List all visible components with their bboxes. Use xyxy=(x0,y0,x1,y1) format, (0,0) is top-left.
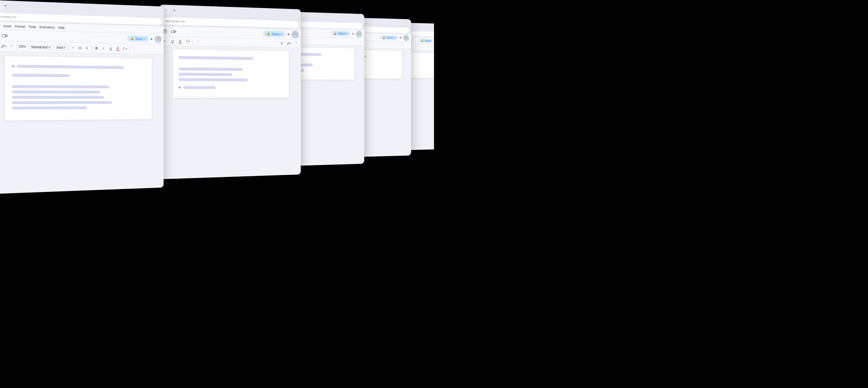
text-color-button[interactable]: A xyxy=(115,45,121,52)
menu-format[interactable]: Format xyxy=(15,24,25,28)
content-line-5 xyxy=(12,96,104,99)
content-line-4 xyxy=(12,90,100,93)
lock-icon-3: 🔒 xyxy=(334,32,337,35)
share-label-2: Share xyxy=(272,32,280,36)
share-button-2[interactable]: 🔒 Share ▾ xyxy=(264,31,285,37)
more-options-button[interactable]: ⋮ xyxy=(131,45,137,52)
bullet-dot-1 xyxy=(12,65,14,67)
share-button-1[interactable]: 🔒 Share ▾ xyxy=(127,35,149,42)
camera-chevron-icon: ▾ xyxy=(7,34,8,37)
lock-icon-4: 🔒 xyxy=(382,36,385,39)
font-size-decrease[interactable]: − xyxy=(70,44,76,51)
svg-rect-4 xyxy=(2,34,5,37)
separator-1 xyxy=(16,44,17,49)
share-label-4: Share xyxy=(386,36,393,39)
camera-icon-2[interactable]: ▾ xyxy=(170,28,177,35)
c2-bullet xyxy=(179,86,284,89)
share-button-4[interactable]: 🔒 Share ▾ xyxy=(380,35,398,40)
browser-tab-1[interactable]: × xyxy=(0,1,1,10)
text-color-btn-2[interactable]: A xyxy=(177,38,183,44)
highlight-chevron-2: ▾ xyxy=(189,40,190,43)
content-line-1 xyxy=(17,65,124,69)
font-dropdown[interactable]: Arial ▾ xyxy=(56,44,66,51)
font-chevron-icon: ▾ xyxy=(64,46,65,49)
c2-line-4 xyxy=(179,78,248,81)
doc-page-2 xyxy=(173,50,289,98)
italic-button[interactable]: I xyxy=(101,45,107,51)
style-dropdown[interactable]: Normal text ▾ xyxy=(30,44,52,50)
font-label: Arial xyxy=(57,45,63,49)
edit-icon-1[interactable]: ▾ xyxy=(1,43,7,50)
lock-icon-5: 🔒 xyxy=(421,39,424,42)
content-line-2 xyxy=(12,74,70,77)
highlight-chevron-icon: ▾ xyxy=(126,47,127,50)
highlight-btn-2[interactable]: ▾ xyxy=(184,38,191,44)
share-chevron-icon-2: ▾ xyxy=(281,33,282,36)
collapse-icon-2[interactable]: ⌃ xyxy=(293,40,299,47)
sparkle-icon-4[interactable]: ✦ xyxy=(399,36,401,40)
tab-close-2[interactable]: × xyxy=(165,8,167,12)
scene: × + docs.google.com View Insert Format T… xyxy=(0,0,434,194)
c2-line-2 xyxy=(179,67,243,71)
style-chevron-icon: ▾ xyxy=(49,45,50,48)
content-line-3 xyxy=(12,85,109,88)
separator-2 xyxy=(28,44,28,50)
sparkle-icon-3[interactable]: ✦ xyxy=(352,32,354,36)
new-tab-button-1[interactable]: + xyxy=(2,2,9,9)
sparkle-icon-2[interactable]: ✦ xyxy=(287,32,290,36)
share-button-5[interactable]: 🔒 Share xyxy=(419,39,433,43)
svg-rect-18 xyxy=(171,30,174,33)
highlight-button[interactable]: ▾ xyxy=(122,45,128,52)
avatar-1[interactable] xyxy=(155,35,161,43)
underline-btn-2[interactable]: U xyxy=(169,38,176,44)
lock-icon: 🔒 xyxy=(130,36,134,40)
menu-tools[interactable]: Tools xyxy=(29,25,36,28)
edit-icon-2[interactable]: ▾ xyxy=(286,40,292,46)
menu-insert[interactable]: Insert xyxy=(3,24,11,28)
separator-5 xyxy=(92,45,92,50)
underline-button[interactable]: U xyxy=(107,45,114,52)
share-label-1: Share xyxy=(135,37,143,40)
doc-area-1 xyxy=(0,51,164,125)
share-label-3: Share xyxy=(338,32,346,35)
browser-window-1: × + docs.google.com View Insert Format T… xyxy=(0,0,164,194)
share-chevron-icon: ▾ xyxy=(144,37,145,40)
menu-help[interactable]: Help xyxy=(58,26,64,29)
more-options-2[interactable]: ⋮ xyxy=(195,38,201,45)
collapse-icon[interactable]: ⌃ xyxy=(8,43,14,50)
separator-6 xyxy=(129,46,130,51)
avatar-3[interactable] xyxy=(356,31,362,37)
share-label-5: Share xyxy=(425,39,431,42)
bold-button[interactable]: B xyxy=(93,45,99,51)
separator-3 xyxy=(54,44,54,50)
text-dir-2[interactable] xyxy=(279,40,285,46)
address-bar-2[interactable]: docs.google.com xyxy=(162,17,299,28)
c2-line-1 xyxy=(179,56,253,60)
svg-marker-19 xyxy=(174,30,175,33)
avatar-4[interactable] xyxy=(403,35,409,41)
edit-chevron-icon: ▾ xyxy=(5,44,6,47)
new-tab-button-2[interactable]: + xyxy=(171,7,178,14)
camera-chevron-icon-2: ▾ xyxy=(175,30,177,33)
menu-extensions[interactable]: Extensions xyxy=(39,25,55,29)
zoom-display[interactable]: 100% xyxy=(19,45,26,48)
sparkle-icon-1[interactable]: ✦ xyxy=(150,37,153,41)
lock-icon-2: 🔒 xyxy=(267,32,271,36)
content-line-7 xyxy=(12,106,87,110)
style-label: Normal text xyxy=(31,45,48,49)
bullet-dot-2 xyxy=(179,86,181,89)
separator-4 xyxy=(68,45,68,50)
avatar-2[interactable] xyxy=(292,30,299,38)
content-bullet-1 xyxy=(12,65,145,69)
content-line-6 xyxy=(12,101,112,104)
share-button-3[interactable]: 🔒 Share ▾ xyxy=(332,31,350,36)
font-size-increase[interactable]: + xyxy=(84,44,90,51)
c2-bullet-line xyxy=(183,86,216,89)
font-size-display: 11 xyxy=(77,46,83,50)
doc-area-2 xyxy=(160,45,301,101)
edit-chevron-2: ▾ xyxy=(290,42,291,45)
c2-line-3 xyxy=(179,73,232,76)
doc-page-1 xyxy=(5,56,152,121)
camera-icon[interactable]: ▾ xyxy=(2,32,8,38)
browser-window-2: × + docs.google.com ▾ 🔒 Share ▾ ✦ xyxy=(160,4,301,179)
